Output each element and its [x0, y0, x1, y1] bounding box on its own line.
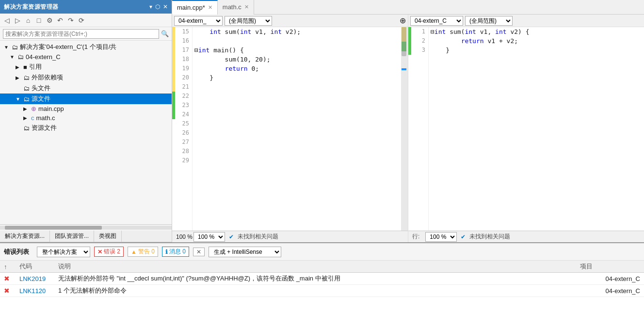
- code-line-25: [193, 119, 401, 128]
- right-file-dropdown[interactable]: 04-extern_C: [410, 16, 463, 26]
- col-project-header[interactable]: 项目: [576, 261, 644, 273]
- save-icon[interactable]: □: [34, 16, 44, 25]
- info-count-label: 消息 0: [169, 248, 186, 256]
- close-sidebar-icon[interactable]: ✕: [163, 3, 168, 10]
- sidebar-title: 解决方案资源管理器: [4, 3, 59, 11]
- forward-icon[interactable]: ▷: [13, 16, 22, 25]
- col-desc-header[interactable]: 说明: [54, 261, 576, 273]
- sidebar-bottom-tabs: 解决方案资源... 团队资源管... 类视图: [0, 231, 172, 242]
- ref-icon: ■: [23, 63, 27, 71]
- main-cpp-arrow[interactable]: ▶: [23, 106, 31, 111]
- pin-icon[interactable]: ▾: [149, 3, 152, 10]
- error-code-cell[interactable]: LNK1120: [16, 285, 54, 297]
- filter-badge[interactable]: ✕: [193, 248, 205, 256]
- col-code-header[interactable]: 代码: [16, 261, 54, 273]
- tree-project[interactable]: ▼ 🗂 04-extern_C: [0, 52, 172, 62]
- error-list-title: 错误列表: [4, 248, 29, 256]
- tab-class[interactable]: 类视图: [94, 231, 122, 242]
- error-row-icon: ✖: [4, 275, 10, 282]
- scope-select[interactable]: 整个解决方案: [37, 247, 90, 257]
- warning-badge[interactable]: ▲ 警告 0: [128, 247, 158, 257]
- tree-main-cpp[interactable]: ▶ ⊕ main.cpp: [0, 104, 172, 113]
- tree-resources[interactable]: 🗂 资源文件: [0, 123, 172, 133]
- settings-icon[interactable]: ⚙: [45, 16, 54, 25]
- tab-main-cpp[interactable]: main.cpp* ✕: [172, 0, 218, 15]
- error-code-cell[interactable]: LNK2019: [16, 273, 54, 285]
- sidebar-header: 解决方案资源管理器 ▾ ⬡ ✕: [0, 0, 172, 14]
- search-icon[interactable]: 🔍: [161, 30, 169, 37]
- tab-team[interactable]: 团队资源管...: [50, 231, 94, 242]
- error-icon-cell: ✖: [0, 285, 16, 297]
- error-desc-cell: 1 个无法解析的外部命令: [54, 285, 576, 297]
- left-code-area[interactable]: int sum(int v1, int v2); ⊟int main() { s…: [193, 27, 401, 231]
- source-label: 源文件: [32, 94, 50, 103]
- right-ok-icon: ✔: [461, 234, 466, 240]
- extern-dep-icon: 🗂: [23, 74, 30, 81]
- col-sort[interactable]: ↑: [0, 261, 16, 273]
- back-icon[interactable]: ◁: [2, 16, 12, 25]
- left-status-text: 未找到相关问题: [238, 233, 278, 241]
- info-badge[interactable]: ℹ 消息 0: [162, 247, 189, 257]
- sidebar-header-icons: ▾ ⬡ ✕: [149, 3, 168, 10]
- right-scope-dropdown[interactable]: (全局范围): [465, 16, 513, 26]
- sidebar-search-bar: 🔍: [0, 27, 172, 41]
- right-code-area[interactable]: ⊟int sum(int v1, int v2) { return v1 + v…: [429, 27, 644, 231]
- warning-count-label: 警告 0: [138, 248, 155, 256]
- ref-arrow[interactable]: ▶: [16, 64, 23, 70]
- extern-dep-arrow[interactable]: ▶: [16, 75, 23, 80]
- error-row[interactable]: ✖ LNK1120 1 个无法解析的外部命令 04-extern_C: [0, 285, 644, 297]
- error-badge[interactable]: ✕ 错误 2: [94, 247, 124, 257]
- left-file-dropdown[interactable]: 04-extern_: [174, 16, 223, 26]
- main-cpp-label: main.cpp: [38, 105, 64, 112]
- right-zoom-select[interactable]: 100 %: [425, 232, 457, 242]
- code-line-15: int sum(int v1, int v2);: [193, 27, 401, 36]
- dock-icon[interactable]: ⬡: [155, 3, 160, 10]
- code-line-17: ⊟int main() {: [193, 46, 401, 55]
- left-zoom-control[interactable]: 100 % 100 %: [176, 232, 225, 242]
- header-icon: 🗂: [23, 85, 30, 92]
- editor-area: main.cpp* ✕ math.c ✕ 04-extern_ (全局范围): [172, 0, 644, 242]
- tree-math-c[interactable]: ▶ c math.c: [0, 113, 172, 123]
- code-line-24: [193, 110, 401, 119]
- left-zoom-select[interactable]: 100 %: [193, 232, 225, 242]
- math-c-icon: c: [31, 114, 34, 122]
- right-editor-panel: 04-extern_C (全局范围) 1: [408, 15, 644, 242]
- info-icon: ℹ: [165, 249, 168, 255]
- tree-source[interactable]: ▼ 🗂 源文件: [0, 93, 172, 104]
- solution-label: 解决方案'04-extern_C'(1 个项目/共: [20, 43, 116, 51]
- right-editor-body[interactable]: 1 2 3 ⊟int sum(int v1, int v2) { return …: [408, 27, 644, 231]
- close-math-c-icon[interactable]: ✕: [244, 4, 249, 10]
- resource-label: 资源文件: [32, 124, 57, 132]
- left-scope-dropdown[interactable]: (全局范围): [225, 16, 272, 26]
- project-arrow[interactable]: ▼: [10, 54, 17, 60]
- source-arrow[interactable]: ▼: [16, 96, 23, 102]
- source-icon: 🗂: [23, 95, 30, 103]
- close-main-cpp-icon[interactable]: ✕: [208, 4, 212, 11]
- tree-headers[interactable]: 🗂 头文件: [0, 83, 172, 93]
- search-input[interactable]: [3, 29, 159, 39]
- code-line-21: [193, 82, 401, 92]
- right-zoom-control[interactable]: 100 %: [425, 232, 457, 242]
- build-select[interactable]: 生成 + IntelliSense: [209, 247, 281, 257]
- undo-icon[interactable]: ↶: [55, 16, 65, 25]
- left-editor-body[interactable]: 15 16 17 18 19 20 21 22 23 24 25 26 27 2…: [172, 27, 408, 231]
- solution-arrow[interactable]: ▼: [4, 45, 12, 50]
- redo-icon[interactable]: ↷: [66, 16, 76, 25]
- tab-solution[interactable]: 解决方案资源...: [0, 231, 50, 242]
- tab-math-c[interactable]: math.c ✕: [218, 0, 254, 15]
- left-scrollbar[interactable]: [401, 27, 408, 231]
- horizontal-scrollbar[interactable]: [0, 226, 172, 230]
- right-line-numbers: 1 2 3: [411, 27, 429, 231]
- code-line-19: return 0;: [193, 64, 401, 73]
- tree-references[interactable]: ▶ ■ 引用: [0, 62, 172, 72]
- split-icon[interactable]: ⊕: [400, 16, 406, 25]
- math-c-arrow[interactable]: ▶: [23, 115, 31, 121]
- error-list-toolbar: 错误列表 整个解决方案 ✕ 错误 2 ▲ 警告 0 ℹ 消息 0 ✕ 生成 + …: [0, 243, 644, 261]
- tree-extern-dep[interactable]: ▶ 🗂 外部依赖项: [0, 72, 172, 83]
- home-icon[interactable]: ⌂: [23, 16, 33, 25]
- refresh-icon[interactable]: ⟳: [77, 16, 86, 25]
- error-row[interactable]: ✖ LNK2019 无法解析的外部符号 "int __cdecl sum(int…: [0, 273, 644, 285]
- code-line-22: [193, 92, 401, 101]
- warning-icon: ▲: [131, 249, 137, 255]
- tree-solution[interactable]: ▼ 🗂 解决方案'04-extern_C'(1 个项目/共: [0, 42, 172, 52]
